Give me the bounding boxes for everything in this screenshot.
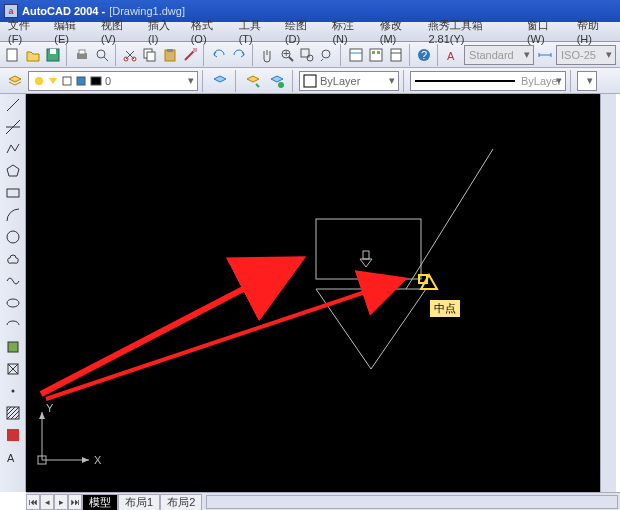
svg-text:?: ? xyxy=(421,49,427,61)
hatch-icon[interactable] xyxy=(3,404,23,422)
svg-point-30 xyxy=(35,77,43,85)
tab-last-icon[interactable]: ⏭ xyxy=(68,494,82,510)
xline-icon[interactable] xyxy=(3,118,23,136)
circle-icon[interactable] xyxy=(3,228,23,246)
menu-help[interactable]: 帮助(H) xyxy=(571,16,618,47)
linetype-dropdown[interactable]: ByLayer xyxy=(410,71,566,91)
svg-rect-39 xyxy=(7,189,19,197)
tab-layout2[interactable]: 布局2 xyxy=(160,494,202,510)
svg-point-44 xyxy=(11,390,14,393)
zoom-realtime-icon[interactable]: + xyxy=(278,44,296,66)
menu-yanxiu[interactable]: 燕秀工具箱2.81(Y) xyxy=(422,16,521,47)
spline-icon[interactable] xyxy=(3,272,23,290)
zoom-window-icon[interactable] xyxy=(298,44,316,66)
redo-icon[interactable] xyxy=(230,44,248,66)
make-current-icon[interactable] xyxy=(242,70,264,92)
layer-dropdown[interactable]: 0 xyxy=(28,71,198,91)
svg-rect-32 xyxy=(77,77,85,85)
menu-dimension[interactable]: 标注(N) xyxy=(326,16,373,47)
open-icon[interactable] xyxy=(24,44,42,66)
copy-icon[interactable] xyxy=(141,44,159,66)
layer-match-icon[interactable] xyxy=(266,70,288,92)
tab-next-icon[interactable]: ▸ xyxy=(54,494,68,510)
svg-rect-48 xyxy=(316,219,421,279)
svg-point-34 xyxy=(278,82,284,88)
properties-icon[interactable] xyxy=(347,44,365,66)
drawing-canvas[interactable]: 中点 X Y xyxy=(26,94,616,492)
dim-style-dropdown[interactable]: ISO-25 xyxy=(556,45,616,65)
svg-point-19 xyxy=(322,50,330,58)
ellipse-arc-icon[interactable] xyxy=(3,316,23,334)
polygon-icon[interactable] xyxy=(3,162,23,180)
tab-model[interactable]: 模型 xyxy=(82,494,118,510)
svg-rect-31 xyxy=(63,77,71,85)
rectangle-icon[interactable] xyxy=(3,184,23,202)
design-center-icon[interactable] xyxy=(367,44,385,66)
toolpalette-icon[interactable] xyxy=(387,44,405,66)
text-style-dropdown[interactable]: Standard xyxy=(464,45,534,65)
menu-tools[interactable]: 工具(T) xyxy=(233,16,279,47)
svg-line-6 xyxy=(104,57,108,61)
menu-format[interactable]: 格式(O) xyxy=(185,16,233,47)
menu-edit[interactable]: 编辑(E) xyxy=(48,16,95,47)
layer-previous-icon[interactable] xyxy=(209,70,231,92)
new-icon[interactable] xyxy=(4,44,22,66)
line-icon[interactable] xyxy=(3,96,23,114)
menu-view[interactable]: 视图(V) xyxy=(95,16,142,47)
text-icon[interactable]: A xyxy=(3,448,23,466)
svg-point-18 xyxy=(307,55,313,61)
cut-icon[interactable] xyxy=(121,44,139,66)
svg-rect-4 xyxy=(79,50,85,54)
svg-point-5 xyxy=(97,50,105,58)
lineweight-dropdown[interactable] xyxy=(577,71,597,91)
svg-line-36 xyxy=(7,99,19,111)
insert-block-icon[interactable] xyxy=(3,338,23,356)
print-icon[interactable] xyxy=(73,44,91,66)
menu-window[interactable]: 窗口(W) xyxy=(521,16,571,47)
toolbar-standard: + ? A Standard ISO-25 xyxy=(0,42,620,68)
menu-insert[interactable]: 插入(I) xyxy=(142,16,185,47)
pan-icon[interactable] xyxy=(258,44,276,66)
region-icon[interactable] xyxy=(3,426,23,444)
revcloud-icon[interactable] xyxy=(3,250,23,268)
polyline-icon[interactable] xyxy=(3,140,23,158)
layout-tabbar: ⏮ ◂ ▸ ⏭ 模型 布局1 布局2 xyxy=(26,492,620,510)
svg-rect-20 xyxy=(350,49,362,61)
menubar: 文件(F) 编辑(E) 视图(V) 插入(I) 格式(O) 工具(T) 绘图(D… xyxy=(0,22,620,42)
horizontal-scrollbar[interactable] xyxy=(206,495,618,509)
zoom-prev-icon[interactable] xyxy=(318,44,336,66)
match-icon[interactable] xyxy=(181,44,199,66)
save-icon[interactable] xyxy=(44,44,62,66)
menu-modify[interactable]: 修改(M) xyxy=(374,16,423,47)
svg-rect-13 xyxy=(193,48,197,52)
preview-icon[interactable] xyxy=(93,44,111,66)
menu-file[interactable]: 文件(F) xyxy=(2,16,48,47)
layer-manager-icon[interactable] xyxy=(4,70,26,92)
menu-draw[interactable]: 绘图(D) xyxy=(279,16,326,47)
svg-rect-33 xyxy=(91,77,101,85)
color-dropdown[interactable]: ByLayer xyxy=(299,71,399,91)
svg-rect-12 xyxy=(167,49,173,52)
point-icon[interactable] xyxy=(3,382,23,400)
svg-text:A: A xyxy=(7,452,15,464)
help-icon[interactable]: ? xyxy=(415,44,433,66)
arc-icon[interactable] xyxy=(3,206,23,224)
undo-icon[interactable] xyxy=(210,44,228,66)
text-style-icon[interactable]: A xyxy=(444,44,462,66)
ucs-icon: X Y xyxy=(34,400,114,482)
ellipse-icon[interactable] xyxy=(3,294,23,312)
tab-layout1[interactable]: 布局1 xyxy=(118,494,160,510)
svg-rect-0 xyxy=(7,49,17,61)
svg-line-15 xyxy=(289,57,293,61)
make-block-icon[interactable] xyxy=(3,360,23,378)
tab-first-icon[interactable]: ⏮ xyxy=(26,494,40,510)
svg-text:A: A xyxy=(447,50,455,62)
tab-prev-icon[interactable]: ◂ xyxy=(40,494,54,510)
vertical-scrollbar[interactable] xyxy=(600,94,616,492)
svg-point-41 xyxy=(7,299,19,307)
ucs-y-label: Y xyxy=(46,402,54,414)
dim-style-icon[interactable] xyxy=(536,44,554,66)
svg-rect-42 xyxy=(8,342,18,352)
svg-rect-35 xyxy=(304,75,316,87)
paste-icon[interactable] xyxy=(161,44,179,66)
